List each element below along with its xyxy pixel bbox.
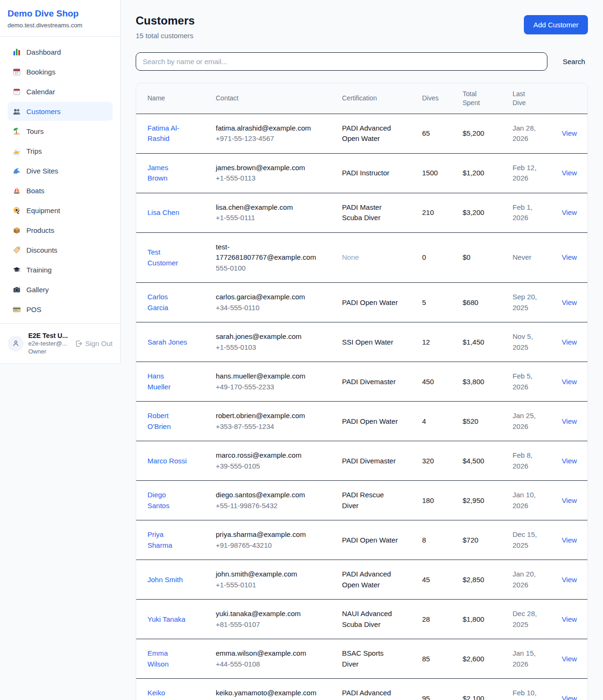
certification-cell: PADI Divemaster bbox=[342, 441, 422, 481]
name-cell: Lisa Chen bbox=[136, 193, 216, 232]
total-spent-cell: $5,200 bbox=[463, 114, 513, 153]
customer-name-link[interactable]: Hans Mueller bbox=[147, 371, 189, 392]
view-link[interactable]: View bbox=[562, 129, 577, 137]
sidebar-item-label: Products bbox=[26, 226, 54, 234]
search-input[interactable] bbox=[136, 52, 547, 71]
contact-cell: diego.santos@example.com +55-11-99876-54… bbox=[216, 481, 342, 520]
dives-cell: 0 bbox=[422, 232, 463, 283]
customer-name-link[interactable]: Lisa Chen bbox=[147, 207, 179, 218]
view-link[interactable]: View bbox=[562, 655, 577, 663]
view-link[interactable]: View bbox=[562, 496, 577, 504]
dives-cell: 8 bbox=[422, 520, 463, 560]
action-cell: View bbox=[554, 441, 588, 481]
total-spent-cell: $2,950 bbox=[463, 481, 513, 520]
customer-row: John Smith john.smith@example.com +1-555… bbox=[136, 560, 588, 600]
user-role: Owner bbox=[28, 348, 70, 356]
action-cell: View bbox=[554, 114, 588, 153]
customer-name-link[interactable]: Yuki Tanaka bbox=[147, 614, 186, 625]
name-cell: Test Customer bbox=[136, 232, 216, 283]
calendar-date-icon: 17 bbox=[12, 67, 21, 76]
action-cell: View bbox=[554, 153, 588, 193]
search-button[interactable]: Search bbox=[560, 58, 588, 66]
sidebar: Demo Dive Shop demo.test.divestreams.com… bbox=[0, 0, 121, 364]
people-icon bbox=[12, 107, 21, 115]
certification-cell: NAUI Advanced Scuba Diver bbox=[342, 600, 422, 639]
customer-name-link[interactable]: Diego Santos bbox=[147, 490, 189, 511]
sidebar-item-gallery[interactable]: Gallery bbox=[8, 280, 113, 299]
customer-row: Diego Santos diego.santos@example.com +5… bbox=[136, 481, 588, 520]
contact-cell: sarah.jones@example.com +1-555-0103 bbox=[216, 322, 342, 362]
view-link[interactable]: View bbox=[562, 378, 577, 386]
sidebar-item-tours[interactable]: Tours bbox=[8, 122, 113, 140]
customer-name-link[interactable]: Fatima Al-Rashid bbox=[147, 123, 189, 144]
dives-cell: 180 bbox=[422, 481, 463, 520]
certification-cell: PADI Open Water bbox=[342, 402, 422, 441]
certification-cell: PADI Advanced Open Water bbox=[342, 560, 422, 600]
sidebar-item-dive-sites[interactable]: Dive Sites bbox=[8, 161, 113, 180]
shop-title-link[interactable]: Demo Dive Shop bbox=[8, 8, 113, 19]
total-spent-cell: $680 bbox=[463, 283, 513, 322]
column-header-dives: Dives bbox=[422, 83, 463, 114]
view-link[interactable]: View bbox=[562, 694, 577, 700]
sidebar-item-equipment[interactable]: Equipment bbox=[8, 201, 113, 220]
view-link[interactable]: View bbox=[562, 208, 577, 216]
add-customer-button[interactable]: Add Customer bbox=[524, 15, 588, 34]
sidebar-item-customers[interactable]: Customers bbox=[8, 102, 113, 121]
customer-name-link[interactable]: Keiko Yamamoto bbox=[147, 688, 189, 700]
dives-cell: 28 bbox=[422, 600, 463, 639]
last-dive-cell: Sep 20, 2025 bbox=[513, 283, 554, 322]
column-header-name: Name bbox=[136, 83, 216, 114]
customer-name-link[interactable]: John Smith bbox=[147, 575, 183, 585]
sidebar-item-pos[interactable]: POS bbox=[8, 300, 113, 319]
contact-cell: test-1772681807767@example.com 555-0100 bbox=[216, 232, 342, 283]
dives-cell: 45 bbox=[422, 560, 463, 600]
camera-icon bbox=[12, 285, 21, 294]
view-link[interactable]: View bbox=[562, 298, 577, 306]
certification-cell: PADI Advanced Open Water bbox=[342, 679, 422, 700]
sidebar-item-dashboard[interactable]: Dashboard bbox=[8, 42, 113, 61]
view-link[interactable]: View bbox=[562, 615, 577, 623]
customer-name-link[interactable]: Emma Wilson bbox=[147, 648, 189, 669]
bar-chart-icon bbox=[12, 48, 21, 56]
customer-name-link[interactable]: James Brown bbox=[147, 163, 189, 184]
sidebar-item-boats[interactable]: Boats bbox=[8, 181, 113, 200]
sidebar-item-label: Trips bbox=[26, 147, 42, 155]
view-link[interactable]: View bbox=[562, 536, 577, 544]
customer-row: Robert O'Brien robert.obrien@example.com… bbox=[136, 402, 588, 441]
sidebar-item-trips[interactable]: Trips bbox=[8, 141, 113, 160]
sidebar-item-bookings[interactable]: 17 Bookings bbox=[8, 62, 113, 81]
table-header: NameContactCertificationDivesTotal Spent… bbox=[136, 83, 588, 114]
customer-name-link[interactable]: Carlos Garcia bbox=[147, 292, 189, 313]
customer-email: marco.rossi@example.com bbox=[216, 450, 319, 461]
sign-out-button[interactable]: Sign Out bbox=[75, 339, 113, 347]
dive-mask-icon bbox=[12, 206, 21, 214]
customer-name-link[interactable]: Robert O'Brien bbox=[147, 411, 189, 432]
user-name: E2E Test U... bbox=[28, 331, 70, 340]
view-link[interactable]: View bbox=[562, 338, 577, 346]
sidebar-item-training[interactable]: Training bbox=[8, 260, 113, 279]
customer-name-link[interactable]: Priya Sharma bbox=[147, 529, 189, 551]
view-link[interactable]: View bbox=[562, 417, 577, 425]
view-link[interactable]: View bbox=[562, 169, 577, 177]
column-header-contact: Contact bbox=[216, 83, 342, 114]
sidebar-item-label: Dashboard bbox=[26, 48, 61, 56]
sidebar-item-discounts[interactable]: Discounts bbox=[8, 240, 113, 259]
sidebar-item-calendar[interactable]: Calendar bbox=[8, 82, 113, 101]
column-header-total-spent: Total Spent bbox=[463, 83, 513, 114]
customer-name-link[interactable]: Sarah Jones bbox=[147, 337, 187, 348]
view-link[interactable]: View bbox=[562, 253, 577, 261]
view-link[interactable]: View bbox=[562, 576, 577, 584]
sidebar-item-products[interactable]: Products bbox=[8, 221, 113, 239]
customer-name-link[interactable]: Test Customer bbox=[147, 247, 189, 268]
sidebar-item-label: Tours bbox=[26, 127, 44, 135]
sidebar-item-label: Training bbox=[26, 266, 52, 274]
name-cell: James Brown bbox=[136, 153, 216, 193]
customer-row: Emma Wilson emma.wilson@example.com +44-… bbox=[136, 639, 588, 679]
customer-name-link[interactable]: Marco Rossi bbox=[147, 456, 187, 467]
customer-email: test-1772681807767@example.com bbox=[216, 242, 319, 263]
sidebar-item-label: POS bbox=[26, 305, 41, 313]
view-link[interactable]: View bbox=[562, 457, 577, 465]
last-dive-cell: Dec 28, 2025 bbox=[513, 600, 554, 639]
customer-row: Keiko Yamamoto keiko.yamamoto@example.co… bbox=[136, 679, 588, 700]
tag-icon bbox=[12, 246, 21, 254]
